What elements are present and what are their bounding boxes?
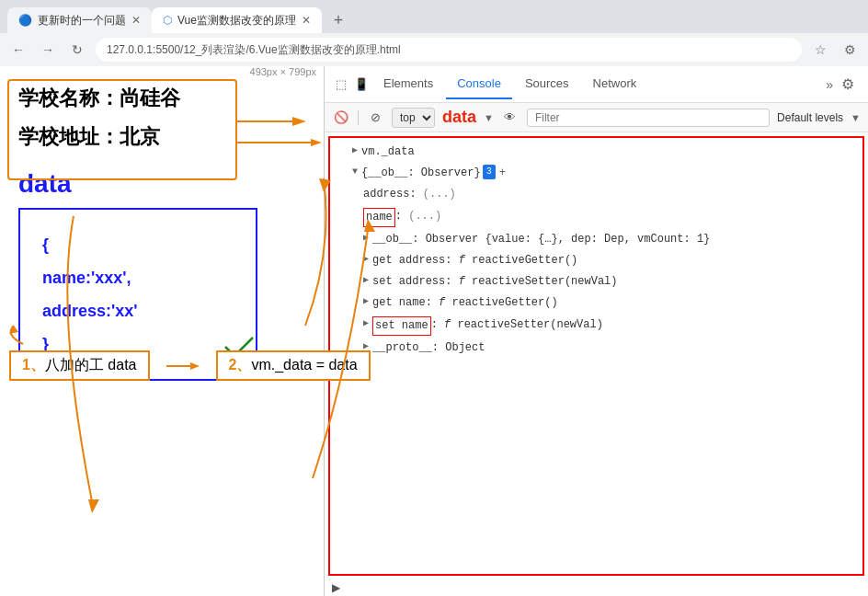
- url-text: 127.0.0.1:5500/12_列表渲染/6.Vue监测数据改变的原理.ht…: [107, 42, 401, 58]
- back-button[interactable]: ←: [7, 39, 29, 61]
- browser-window: 🔵 更新时的一个问题 ✕ ⬡ Vue监测数据改变的原理 ✕ + ← → ↻ 12…: [0, 0, 868, 596]
- set-address-text: set address: f reactiveSetter(newVal): [372, 273, 617, 291]
- annotation-2-num: 2、: [229, 357, 252, 372]
- arrow-between-annotations: [165, 357, 201, 375]
- school-name-label: 学校名称：: [18, 86, 120, 109]
- get-name-text: get name: f reactiveGetter(): [372, 294, 558, 312]
- devtools-inspect-btn[interactable]: 📱: [352, 75, 371, 94]
- bottom-annotations-area: 1、八加的工 data 2、vm._data = data: [9, 350, 314, 381]
- tab-close-2[interactable]: ✕: [302, 14, 311, 27]
- tab-network[interactable]: Network: [582, 69, 648, 99]
- console-line-proto: ▶ __proto__: Object: [330, 338, 862, 359]
- console-line-vm-data: ▶ vm._data: [330, 142, 862, 163]
- proto-text: __proto__: Object: [372, 339, 485, 357]
- levels-dropdown-icon[interactable]: ▼: [851, 112, 861, 123]
- expand-icon-sa[interactable]: ▶: [363, 273, 369, 288]
- main-area: 493px × 799px 学校名称：尚硅谷 学校地址：北京 data {: [0, 66, 868, 596]
- ob-text: __ob__: Observer {value: {…}, dep: Dep, …: [372, 231, 710, 248]
- tab-active[interactable]: ⬡ Vue监测数据改变的原理 ✕: [152, 7, 322, 33]
- forward-button[interactable]: →: [37, 39, 59, 61]
- expand-icon-1[interactable]: ▶: [352, 143, 358, 158]
- dropdown-arrow-icon[interactable]: ▼: [484, 112, 494, 123]
- data-line-1: {: [42, 228, 234, 261]
- tab-bar: 🔵 更新时的一个问题 ✕ ⬡ Vue监测数据改变的原理 ✕ +: [0, 0, 868, 33]
- expand-icon-ga[interactable]: ▶: [363, 252, 369, 267]
- url-bar[interactable]: 127.0.0.1:5500/12_列表渲染/6.Vue监测数据改变的原理.ht…: [96, 38, 802, 62]
- tab-close-1[interactable]: ✕: [131, 14, 141, 27]
- name-key-highlight: name: [363, 208, 395, 227]
- expand-icon-ob[interactable]: ▶: [363, 231, 369, 246]
- data-label-left: data: [18, 169, 305, 199]
- devtools-more-tabs[interactable]: »: [826, 77, 833, 92]
- left-panel-wrapper: 493px × 799px 学校名称：尚硅谷 学校地址：北京 data {: [0, 66, 324, 596]
- console-line-address: address: (...): [330, 184, 862, 205]
- school-addr: 学校地址：北京: [18, 123, 305, 151]
- console-line-name: name : (...): [330, 206, 862, 229]
- annotation-1-text: 八加的工 data: [45, 357, 137, 372]
- devtools-cursor-btn[interactable]: ⬚: [332, 75, 350, 94]
- console-line-set-name: ▶ set name : f reactiveSetter(newVal): [330, 315, 862, 338]
- console-toolbar: 🚫 ⊘ top data ▼ 👁 Default levels ▼: [325, 103, 868, 132]
- data-line-3: address:'xx': [42, 294, 234, 327]
- tab-sources[interactable]: Sources: [514, 69, 580, 99]
- devtools-tab-bar: ⬚ 📱 Elements Console Sources Network » ⚙: [325, 66, 868, 103]
- filter-btn[interactable]: ⊘: [366, 109, 384, 127]
- school-addr-label: 学校地址：: [18, 125, 120, 148]
- eye-icon[interactable]: 👁: [501, 109, 520, 127]
- school-name-value: 尚硅谷: [120, 86, 180, 109]
- console-line-get-address: ▶ get address: f reactiveGetter(): [330, 250, 862, 271]
- data-line-2: name:'xxx',: [42, 261, 234, 294]
- tab-inactive[interactable]: 🔵 更新时的一个问题 ✕: [7, 7, 152, 33]
- left-panel: 493px × 799px 学校名称：尚硅谷 学校地址：北京 data {: [0, 66, 324, 399]
- tab-label-1: 更新时的一个问题: [38, 13, 126, 29]
- vm-data-text: vm._data: [361, 143, 415, 161]
- expand-icon-proto[interactable]: ▶: [363, 339, 369, 354]
- refresh-button[interactable]: ↻: [66, 39, 88, 61]
- set-name-key-highlight: set name: [372, 316, 431, 336]
- bookmark-button[interactable]: ☆: [809, 39, 831, 61]
- dimensions-label: 493px × 799px: [250, 66, 316, 77]
- tab-console[interactable]: Console: [446, 69, 512, 99]
- devtools-panel: ⬚ 📱 Elements Console Sources Network » ⚙: [324, 66, 868, 596]
- clear-console-btn[interactable]: 🚫: [332, 109, 350, 127]
- get-address-text: get address: f reactiveGetter(): [372, 252, 577, 269]
- console-data-label: data: [442, 108, 476, 127]
- name-value: : (...): [395, 208, 441, 225]
- expand-icon-sn[interactable]: ▶: [363, 316, 369, 331]
- tab-icon-2: ⬡: [163, 14, 172, 27]
- annotation-box-1: 1、八加的工 data: [9, 350, 150, 381]
- extensions-button[interactable]: ⚙: [839, 39, 861, 61]
- context-selector[interactable]: top: [392, 108, 435, 128]
- new-tab-button[interactable]: +: [326, 7, 351, 33]
- annotation-1-num: 1、: [22, 357, 45, 372]
- svg-marker-3: [190, 362, 200, 370]
- expand-icon-2[interactable]: ▼: [352, 165, 358, 179]
- expand-icon-gn[interactable]: ▶: [363, 294, 369, 309]
- toolbar-separator: [358, 110, 359, 125]
- filter-input[interactable]: [527, 109, 770, 127]
- tab-elements[interactable]: Elements: [372, 69, 444, 99]
- address-key: address: (...): [363, 186, 456, 203]
- devtools-settings-button[interactable]: ⚙: [835, 72, 861, 97]
- school-name: 学校名称：尚硅谷: [18, 85, 305, 112]
- tab-label-2: Vue监测数据改变的原理: [177, 13, 296, 29]
- console-line-set-address: ▶ set address: f reactiveSetter(newVal): [330, 271, 862, 292]
- nav-bar: ← → ↻ 127.0.0.1:5500/12_列表渲染/6.Vue监测数据改变…: [0, 33, 868, 66]
- plus-icon[interactable]: +: [499, 165, 506, 182]
- console-line-get-name: ▶ get name: f reactiveGetter(): [330, 292, 862, 314]
- console-content: ▶ vm._data ▼ {__ob__: Observer} 3 + addr…: [330, 138, 862, 362]
- observer-text: {__ob__: Observer}: [361, 165, 481, 182]
- console-content-box: ▶ vm._data ▼ {__ob__: Observer} 3 + addr…: [328, 136, 864, 576]
- console-line-observer: ▼ {__ob__: Observer} 3 +: [330, 163, 862, 184]
- console-expand-btn[interactable]: ▶: [325, 579, 868, 596]
- set-name-value: : f reactiveSetter(newVal): [431, 316, 603, 334]
- arrow-curve-1: [0, 321, 28, 349]
- school-addr-value: 北京: [120, 125, 160, 148]
- tab-icon-1: 🔵: [18, 14, 32, 27]
- observer-badge: 3: [483, 165, 496, 179]
- console-line-ob: ▶ __ob__: Observer {value: {…}, dep: Dep…: [330, 229, 862, 250]
- default-levels-label: Default levels: [777, 111, 843, 124]
